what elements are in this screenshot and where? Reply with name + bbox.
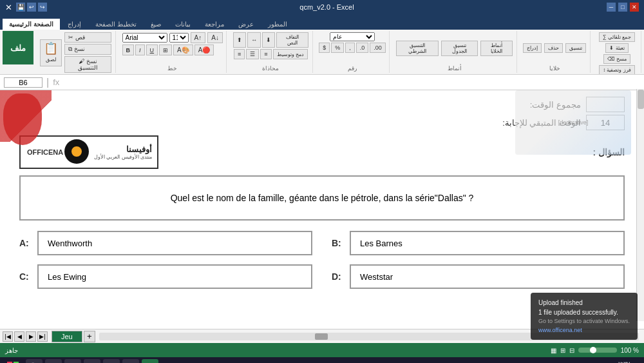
delete-cells-btn[interactable]: حذف	[544, 43, 563, 53]
taskbar-chrome-btn[interactable]: 🌐	[122, 359, 139, 363]
cell-reference[interactable]: B6	[4, 77, 43, 88]
logo-arabic-text: أوفيسنا	[94, 144, 152, 154]
formula-input[interactable]	[63, 79, 640, 86]
fill-color-btn[interactable]: A🎨	[173, 44, 193, 55]
cell-styles-btn[interactable]: أنماط الخلايا	[480, 41, 513, 56]
alignment-section: ⬆ ↔ ⬇ التفاف النص ≡ ☰ ≡ دمج وتوسيط محاذا…	[229, 31, 312, 73]
conditional-format-btn[interactable]: التنسيق الشرطي	[396, 41, 439, 56]
save-quick-btn[interactable]: 💾	[16, 3, 25, 12]
number-format-select[interactable]: عام	[330, 32, 375, 41]
cells-label: خلايا	[549, 65, 560, 72]
taskbar-explorer-btn[interactable]: 📁	[84, 359, 100, 363]
sheet-nav-last[interactable]: ▶|	[37, 331, 48, 342]
increase-font-btn[interactable]: A↑	[191, 32, 206, 43]
font-size-select[interactable]: 11	[169, 33, 189, 43]
fill-btn[interactable]: ⬇ تعبئة	[605, 43, 628, 53]
border-btn[interactable]: ⊞	[159, 44, 172, 55]
layout-normal-btn[interactable]: ▦	[551, 347, 556, 354]
sheet-tab-jeu[interactable]: Jeu	[52, 331, 82, 342]
tab-layout[interactable]: تخطيط الصفحة	[89, 19, 143, 30]
answer-label-c: C:	[19, 271, 32, 282]
zoom-thumb	[590, 347, 596, 353]
tab-formulas[interactable]: صيغ	[144, 19, 167, 30]
styles-section: التنسيق الشرطي تنسيق الجدول أنماط الخلاي…	[392, 31, 516, 73]
notification-line2: 1 file uploaded successfully.	[538, 308, 630, 317]
format-table-btn[interactable]: تنسيق الجدول	[441, 41, 478, 56]
insert-cells-btn[interactable]: إدراج	[523, 43, 542, 53]
answer-box-d[interactable]: Weststar	[350, 264, 625, 289]
align-right-btn[interactable]: ≡	[260, 49, 271, 59]
decrease-decimal-btn[interactable]: .00	[370, 43, 386, 53]
font-label: خط	[167, 65, 177, 72]
font-name-select[interactable]: Arial	[122, 33, 167, 43]
taskbar-time: ٢:٣٧	[618, 360, 630, 363]
merge-center-btn[interactable]: دمج وتوسيط	[273, 49, 308, 59]
zoom-slider[interactable]	[578, 348, 617, 353]
taskbar-search-btn[interactable]: 🔍	[26, 359, 43, 363]
tab-view[interactable]: عرض	[232, 19, 260, 30]
percent-btn[interactable]: %	[331, 43, 344, 53]
sheet-add-btn[interactable]: +	[84, 331, 95, 342]
answer-box-a[interactable]: Wenthworth	[37, 231, 312, 255]
answer-text-d: Weststar	[360, 272, 393, 282]
fx-label: fx	[53, 77, 59, 87]
redo-quick-btn[interactable]: ↪	[38, 3, 47, 12]
ribbon-tabs: الصفحة الرئيسية إدراج تخطيط الصفحة صيغ ب…	[0, 14, 644, 30]
wrap-text-btn[interactable]: التفاف النص	[276, 32, 308, 48]
taskbar-task-view-btn[interactable]: ⧉	[45, 359, 62, 363]
sheet-nav-next[interactable]: ▶	[26, 331, 36, 342]
autosum-btn[interactable]: ∑ جمع تلقائي	[599, 32, 635, 42]
tab-home[interactable]: الصفحة الرئيسية	[3, 19, 60, 30]
taskbar-excel-btn[interactable]: X	[142, 359, 158, 363]
taskbar-edge-btn[interactable]: e	[64, 359, 81, 363]
file-menu-btn[interactable]: ملف	[3, 31, 33, 64]
vertical-scrollbar[interactable]	[636, 89, 644, 321]
logo-latin-text: OFFICENA	[27, 148, 63, 156]
tab-insert[interactable]: إدراج	[61, 19, 88, 30]
align-middle-btn[interactable]: ↔	[247, 32, 261, 48]
taskbar-paint-btn[interactable]: 🎨	[103, 359, 120, 363]
comma-btn[interactable]: ,	[345, 43, 355, 53]
sheet-nav-prev[interactable]: ◀	[14, 331, 24, 342]
answer-box-c[interactable]: Les Ewing	[37, 264, 312, 289]
format-cells-btn[interactable]: تنسيق	[565, 43, 586, 53]
format-painter-btn[interactable]: 🖌 نسخ التنسيق	[64, 56, 111, 73]
align-bottom-btn[interactable]: ⬇	[262, 32, 275, 48]
undo-quick-btn[interactable]: ↩	[27, 3, 36, 12]
layout-page-btn[interactable]: ⊞	[560, 347, 565, 354]
question-text: Quel est le nom de la famille, géante da…	[171, 193, 474, 203]
start-button[interactable]	[4, 358, 22, 363]
logo-subtext: منتدى الأوفيس العربي الأول	[94, 154, 152, 160]
decrease-font-btn[interactable]: A↓	[207, 32, 223, 43]
bold-btn[interactable]: B	[122, 44, 135, 55]
font-color-btn[interactable]: A🔴	[194, 44, 214, 55]
sort-filter-btn[interactable]: ↕ فرز وتصفية	[599, 65, 634, 75]
status-bar: جاهز ▦ ⊞ ⊟ 100 %	[0, 343, 644, 357]
answer-box-b[interactable]: Les Barnes	[350, 231, 625, 255]
increase-decimal-btn[interactable]: .0	[356, 43, 369, 53]
paste-btn[interactable]: 📋لصق	[40, 39, 62, 66]
logo-text-group: أوفيسنا منتدى الأوفيس العربي الأول	[94, 144, 152, 160]
close-btn[interactable]: ✕	[630, 3, 639, 12]
scroll-thumb[interactable]	[638, 90, 644, 109]
align-top-btn[interactable]: ⬆	[233, 32, 246, 48]
align-center-btn[interactable]: ☰	[246, 49, 259, 59]
formula-bar: B6 | fx	[0, 75, 644, 90]
italic-btn[interactable]: I	[135, 44, 145, 55]
tab-review[interactable]: مراجعة	[198, 19, 231, 30]
cut-btn[interactable]: ✂ قص	[64, 32, 111, 43]
tab-data[interactable]: بيانات	[169, 19, 197, 30]
currency-btn[interactable]: $	[319, 43, 330, 53]
h-scroll-thumb[interactable]	[315, 333, 328, 340]
restore-btn[interactable]: □	[618, 3, 627, 12]
underline-btn[interactable]: U	[146, 44, 158, 55]
minimize-btn[interactable]: ─	[607, 3, 616, 12]
answer-text-b: Les Barnes	[360, 239, 402, 248]
tab-developer[interactable]: المطور	[261, 19, 294, 30]
copy-btn[interactable]: ⧉ نسخ	[64, 44, 111, 55]
align-left-btn[interactable]: ≡	[234, 49, 245, 59]
sheet-nav-first[interactable]: |◀	[3, 331, 13, 342]
notification-line1: Upload finished	[538, 298, 630, 308]
layout-break-btn[interactable]: ⊟	[569, 347, 574, 354]
clear-btn[interactable]: ⌫ مسح	[603, 54, 630, 64]
